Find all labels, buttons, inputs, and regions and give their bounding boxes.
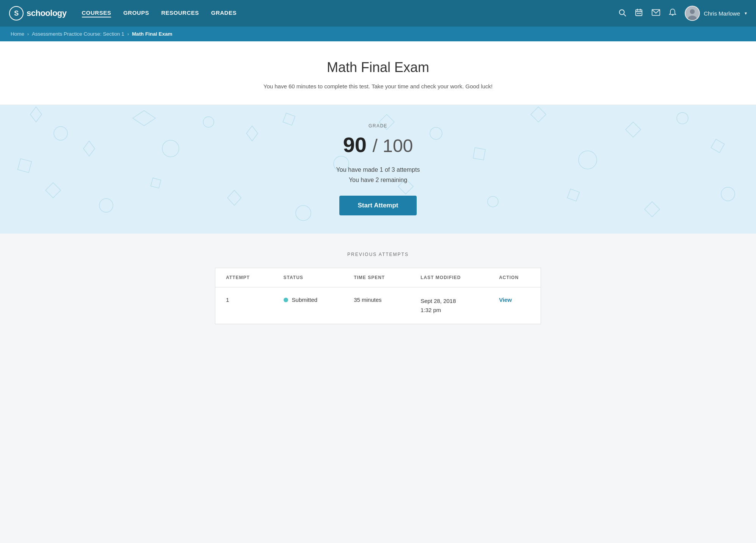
user-menu[interactable]: Chris Marlowe ▾ [685, 6, 747, 21]
svg-rect-6 [637, 13, 638, 14]
grade-value: 90 [343, 133, 367, 157]
attempts-line-1: You have made 1 of 3 attempts [15, 165, 741, 175]
avatar [685, 6, 700, 21]
attempts-line-2: You have 2 remaining [15, 175, 741, 185]
logo-letter: S [14, 9, 19, 17]
nav-grades[interactable]: GRADES [211, 9, 237, 17]
cell-attempt-number: 1 [215, 287, 273, 324]
svg-point-35 [296, 205, 311, 220]
breadcrumb-course[interactable]: Assessments Practice Course: Section 1 [32, 31, 124, 37]
svg-marker-39 [645, 201, 660, 217]
page-title: Math Final Exam [15, 60, 741, 75]
status-text: Submitted [292, 297, 318, 303]
logo-text: schoology [27, 8, 67, 18]
grade-out-of: / 100 [373, 136, 413, 156]
logo[interactable]: S schoology [9, 6, 67, 20]
table-header-row: ATTEMPT STATUS TIME SPENT LAST MODIFIED … [215, 268, 541, 287]
breadcrumb-home[interactable]: Home [11, 31, 24, 37]
logo-circle: S [9, 6, 24, 20]
svg-point-29 [677, 112, 688, 124]
calendar-icon[interactable] [635, 8, 643, 19]
svg-marker-13 [30, 107, 42, 122]
last-modified-time: 1:32 pm [420, 306, 478, 315]
page-header: Math Final Exam You have 60 minutes to c… [0, 41, 756, 105]
col-action: ACTION [488, 268, 541, 287]
mail-icon[interactable] [651, 9, 660, 18]
svg-point-11 [690, 9, 695, 14]
svg-rect-8 [640, 13, 641, 14]
bell-icon[interactable] [669, 8, 676, 19]
view-attempt-link[interactable]: View [499, 297, 512, 303]
search-icon[interactable] [618, 8, 626, 19]
col-status: STATUS [273, 268, 343, 287]
main-content: Math Final Exam You have 60 minutes to c… [0, 41, 756, 539]
col-time-spent: TIME SPENT [343, 268, 410, 287]
breadcrumb-sep-2: › [127, 31, 129, 37]
status-dot-icon [284, 298, 288, 302]
cell-last-modified: Sept 28, 2018 1:32 pm [410, 287, 488, 324]
nav-resources[interactable]: RESOURCES [161, 9, 199, 17]
svg-point-37 [488, 196, 498, 207]
attempts-info: You have made 1 of 3 attempts You have 2… [15, 165, 741, 185]
previous-attempts-heading: PREVIOUS ATTEMPTS [30, 252, 726, 257]
svg-marker-34 [227, 190, 241, 205]
nav-right: Chris Marlowe ▾ [618, 6, 747, 21]
nav-groups[interactable]: GROUPS [123, 9, 149, 17]
page-subtitle: You have 60 minutes to complete this tes… [15, 82, 741, 91]
col-attempt: ATTEMPT [215, 268, 273, 287]
svg-line-1 [624, 14, 626, 16]
svg-rect-2 [636, 9, 642, 16]
nav-links: COURSES GROUPS RESOURCES GRADES [82, 9, 237, 17]
chevron-down-icon: ▾ [745, 11, 747, 16]
cell-time-spent: 35 minutes [343, 287, 410, 324]
svg-point-32 [99, 198, 113, 212]
user-name: Chris Marlowe [704, 10, 740, 17]
grade-score: 90 / 100 [15, 132, 741, 157]
col-last-modified: LAST MODIFIED [410, 268, 488, 287]
attempts-table: ATTEMPT STATUS TIME SPENT LAST MODIFIED … [215, 268, 541, 324]
cell-action: View [488, 287, 541, 324]
nav-courses[interactable]: COURSES [82, 9, 111, 17]
previous-attempts-section: PREVIOUS ATTEMPTS ATTEMPT STATUS TIME SP… [0, 234, 756, 342]
last-modified-date: Sept 28, 2018 [420, 297, 478, 306]
navbar: S schoology COURSES GROUPS RESOURCES GRA… [0, 0, 756, 27]
breadcrumb-sep-1: › [27, 31, 29, 37]
start-attempt-button[interactable]: Start Attempt [339, 196, 416, 215]
breadcrumb-current: Math Final Exam [132, 31, 173, 37]
grade-label: GRADE [15, 123, 741, 129]
svg-point-40 [721, 187, 735, 201]
breadcrumb: Home › Assessments Practice Course: Sect… [0, 27, 756, 41]
svg-rect-38 [567, 189, 579, 201]
svg-marker-26 [531, 107, 546, 122]
grade-section: GRADE 90 / 100 You have made 1 of 3 atte… [0, 105, 756, 234]
table-row: 1 Submitted 35 minutes Sept 28, 2018 1:3… [215, 287, 541, 324]
svg-rect-7 [638, 13, 640, 14]
cell-status: Submitted [273, 287, 343, 324]
